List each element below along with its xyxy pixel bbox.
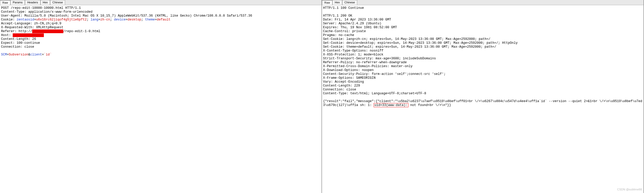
host-prefix: Host: xyxy=(1,33,13,37)
referer-prefix: Referer: http:// xyxy=(1,30,32,33)
header-connection: Connection: close xyxy=(323,88,356,91)
header-user-agent: User-Agent: Mozilla/5.0 (Macintosh; Inte… xyxy=(1,14,252,18)
response-body-post: not found<br \/>\n"}} xyxy=(408,103,451,107)
body-param-key: client xyxy=(30,53,42,56)
redacted-host-icon: ████████████████ xyxy=(32,30,63,33)
header-content-security-policy: Content-Security-Policy: form-action 'se… xyxy=(323,72,446,76)
header-strict-transport-security: Strict-Transport-Security: max-age=3600;… xyxy=(323,57,436,60)
response-tab-bar: Raw Hex Chinese xyxy=(322,0,643,5)
cookie-key: theme xyxy=(145,18,155,22)
tab-chinese[interactable]: Chinese xyxy=(50,0,65,5)
referer-suffix: /repo-edit-1-0.html xyxy=(63,30,100,33)
cookie-val: zh-cn xyxy=(100,18,110,22)
highlight-uid: uid=33(www-data): xyxy=(374,103,408,107)
header-x-permitted-cross-domain-policies: X-Permitted-Cross-Domain-Policies: maste… xyxy=(323,65,413,68)
header-pragma: Pragma: no-cache xyxy=(323,33,354,37)
header-expires: Expires: Thu, 19 Nov 1981 08:52:00 GMT xyxy=(323,26,397,29)
header-referrer-policy: Referrer-Policy: no-referrer-when-downgr… xyxy=(323,61,407,64)
response-content[interactable]: HTTP/1.1 100 Continue HTTP/1.1 200 OK Da… xyxy=(322,5,643,193)
request-content[interactable]: POST /repo-edit-10000-10000.html HTTP/1.… xyxy=(0,5,321,193)
request-panel: Raw Params Headers Hex Chinese POST /rep… xyxy=(0,0,322,193)
header-set-cookie: Set-Cookie: theme=default; expires=Sun, … xyxy=(323,45,496,49)
header-accept-language: Accept-Language: zh-CN,zh;q=0.9 xyxy=(1,22,61,25)
tab-hex[interactable]: Hex xyxy=(332,0,342,5)
header-connection: Connection: close xyxy=(1,45,34,49)
status-line-200: HTTP/1.1 200 OK xyxy=(323,14,352,18)
cookie-val: desktop xyxy=(128,18,141,22)
header-set-cookie: Set-Cookie: device=desktop; expires=Sun,… xyxy=(323,41,518,45)
header-x-download-options: X-Download-Options: noopen xyxy=(323,68,374,72)
header-cache-control: Cache-Control: private xyxy=(323,30,366,33)
header-x-xss-protection: X-XSS-Protection: 1; mode=block xyxy=(323,53,383,56)
header-content-length: Content-Length: 229 xyxy=(323,84,360,88)
header-x-requested-with: X-Requested-With: XMLHttpRequest xyxy=(1,26,63,29)
header-set-cookie: Set-Cookie: lang=zh-cn; expires=Sun, 14-… xyxy=(323,37,490,41)
response-panel: Raw Hex Chinese HTTP/1.1 100 Continue HT… xyxy=(322,0,644,193)
request-tab-bar: Raw Params Headers Hex Chinese xyxy=(0,0,321,5)
body-param-val: Subversion xyxy=(9,53,28,56)
header-date: Date: Fri, 14 Apr 2023 13:36:00 GMT xyxy=(323,18,391,22)
tab-raw[interactable]: Raw xyxy=(0,0,10,5)
status-line-100: HTTP/1.1 100 Continue xyxy=(323,6,364,10)
tab-headers[interactable]: Headers xyxy=(25,0,40,5)
body-param-val: `id` xyxy=(44,53,52,56)
body-param-key: SCM xyxy=(1,53,7,56)
request-line: POST /repo-edit-10000-10000.html HTTP/1.… xyxy=(1,6,81,10)
header-content-type: Content-Type: text/html; Language=UTF-8;… xyxy=(323,92,426,95)
response-body-pre: {"result":"fail","message":{"client":"\u… xyxy=(323,99,642,107)
header-cookie-prefix: Cookie: xyxy=(1,18,17,22)
tab-raw[interactable]: Raw xyxy=(322,0,332,5)
cookie-key: lang xyxy=(91,18,98,22)
redacted-host-icon: ████████████████ xyxy=(13,33,44,37)
header-content-type: Content-Type: application/x-www-form-url… xyxy=(1,10,93,14)
cookie-key: zentaosid xyxy=(17,18,34,22)
header-expect: Expect: 100-continue xyxy=(1,41,40,45)
cookie-val: u6v16rc62jiqof4g5jtle6pft2 xyxy=(36,18,87,22)
watermark: CSDN @sublime88 xyxy=(617,188,642,191)
header-content-length: Content-Length: 26 xyxy=(1,37,36,41)
tab-hex[interactable]: Hex xyxy=(40,0,50,5)
header-vary: Vary: Accept-Encoding xyxy=(323,80,364,84)
header-server: Server: Apache/2.4.29 (Ubuntu) xyxy=(323,22,381,25)
cookie-key: device xyxy=(114,18,126,22)
cookie-val: default xyxy=(157,18,170,22)
header-x-frame-options: X-Frame-Options: SAMEORIGIN xyxy=(323,76,376,80)
tab-params[interactable]: Params xyxy=(10,0,25,5)
tab-chinese[interactable]: Chinese xyxy=(342,0,357,5)
header-x-content-type-options: X-Content-Type-Options: nosniff xyxy=(323,49,383,53)
